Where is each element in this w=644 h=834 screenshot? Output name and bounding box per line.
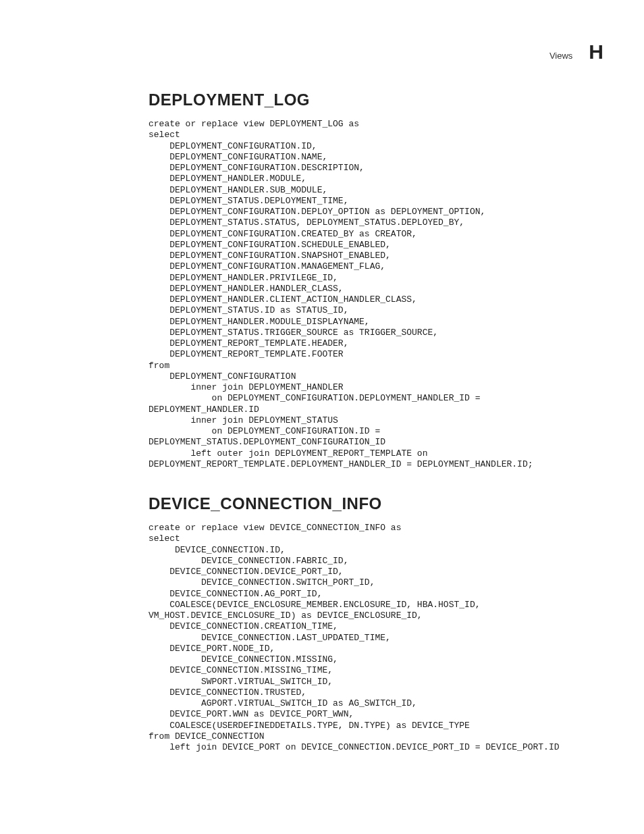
header-section-label: Views xyxy=(549,51,572,61)
code-block-deployment-log: create or replace view DEPLOYMENT_LOG as… xyxy=(149,119,603,470)
page-header: Views H xyxy=(41,41,603,63)
page: Views H DEPLOYMENT_LOG create or replace… xyxy=(0,0,644,834)
code-block-device-connection-info: create or replace view DEVICE_CONNECTION… xyxy=(149,523,603,753)
header-appendix-letter: H xyxy=(589,41,603,63)
section-heading-device-connection-info: DEVICE_CONNECTION_INFO xyxy=(149,494,603,513)
content-column: DEPLOYMENT_LOG create or replace view DE… xyxy=(149,90,603,753)
section-heading-deployment-log: DEPLOYMENT_LOG xyxy=(149,90,603,109)
